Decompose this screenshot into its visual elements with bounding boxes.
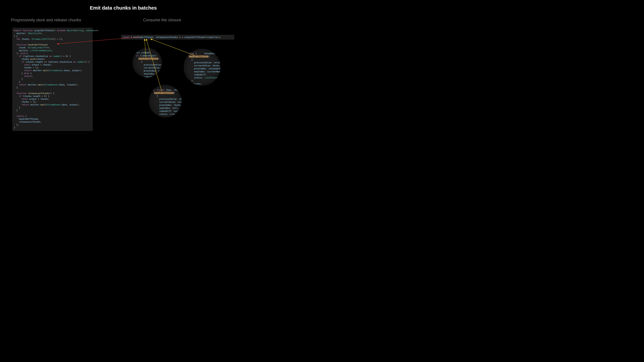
code-panel-main: export function outputDiffChunk<T extend…	[12, 28, 93, 131]
code-bubble-1: nst indexDi if (isDataEqual) handleDiffC…	[132, 48, 162, 77]
subtitle-right: Consume the closure	[143, 18, 181, 22]
code-panel-consume: const { handleDiffChunk, releaseLastChun…	[121, 35, 234, 40]
slide-title: Emit data chunks in batches	[0, 0, 246, 11]
subtitle-left: Progressively store and release chunks	[11, 18, 81, 22]
code-bubble-3: for (const [key, chu handleDiffChunk( { …	[149, 85, 182, 117]
code-bubble-2: } else { DoneDeal0, handleDiffChunk( { p…	[184, 49, 220, 86]
